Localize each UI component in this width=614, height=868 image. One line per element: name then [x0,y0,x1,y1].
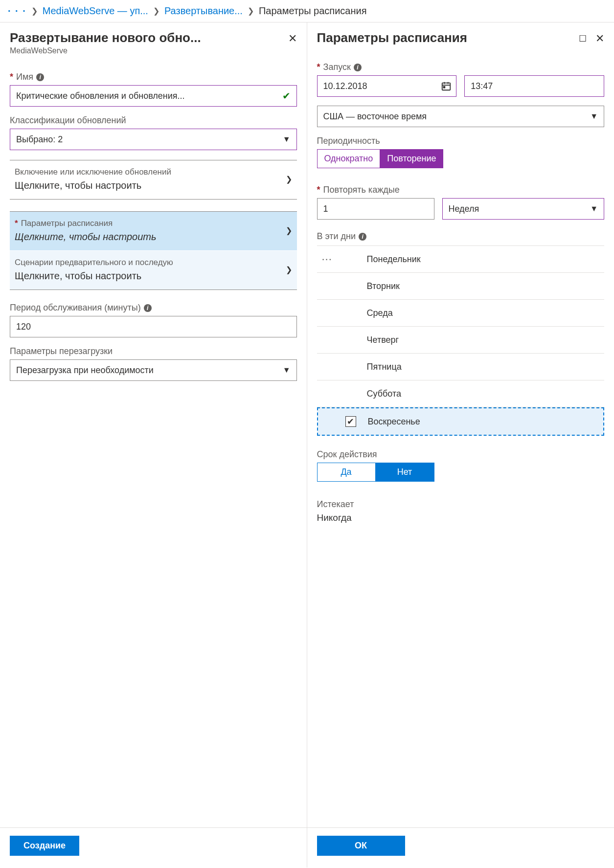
expiration-yes-button[interactable]: Да [317,463,376,482]
chevron-down-icon: ▼ [283,135,291,144]
close-icon[interactable]: ✕ [595,33,604,44]
checkbox-checked-icon[interactable]: ✔ [345,416,356,427]
repeat-unit-dropdown[interactable]: Неделя ▼ [442,198,605,220]
ok-button[interactable]: ОК [317,836,405,856]
expiration-label: Срок действия [317,449,605,460]
check-icon: ✔ [282,90,291,102]
more-icon: ··· [322,253,344,266]
deployment-panel: Развертывание нового обно... MediaWebSer… [0,22,307,868]
breadcrumb-item-1[interactable]: MediaWebServe — уп... [43,5,148,17]
info-icon[interactable]: i [354,64,362,71]
start-time-input[interactable]: 13:47 [464,75,604,97]
recurrence-repeat-button[interactable]: Повторение [380,149,443,168]
panel-subtitle: MediaWebServe [10,46,288,55]
chevron-down-icon: ▼ [283,366,291,375]
maintenance-input[interactable] [10,316,297,337]
day-row-friday[interactable]: ··· Пятница [317,354,605,380]
chevron-right-icon: ❯ [248,6,254,16]
chevron-right-icon: ❯ [31,6,38,16]
classifications-label: Классификации обновлений [10,115,297,126]
expires-label: Истекает [317,499,605,510]
timezone-dropdown[interactable]: США — восточное время ▼ [317,106,605,127]
name-label: * Имя i [10,72,297,82]
chevron-right-icon: ❯ [286,265,292,274]
day-row-monday[interactable]: ··· Понедельник [317,245,605,273]
chevron-down-icon: ▼ [590,204,598,213]
close-icon[interactable]: ✕ [288,33,297,44]
name-input[interactable]: Критические обновления и обновления... ✔ [10,85,297,107]
expiration-toggle: Да Нет [317,463,605,482]
day-row-tuesday[interactable]: ··· Вторник [317,273,605,300]
day-row-sunday[interactable]: ··· ✔ Воскресенье [317,407,605,436]
classifications-dropdown[interactable]: Выбрано: 2 ▼ [10,129,297,150]
calendar-icon[interactable] [441,81,452,91]
schedule-settings-section[interactable]: *Параметры расписания Щелкните, чтобы на… [10,212,297,250]
days-label: В эти дни i [317,231,605,242]
reboot-dropdown[interactable]: Перезагрузка при необходимости ▼ [10,359,297,381]
start-label: * Запуск i [317,62,605,72]
panel-title: Параметры расписания [317,30,579,45]
schedule-panel: Параметры расписания ☐ ✕ * Запуск i 10.1… [307,22,614,868]
breadcrumb-item-2[interactable]: Развертывание... [164,5,243,17]
info-icon[interactable]: i [36,73,44,81]
panel-title: Развертывание нового обно... [10,30,288,45]
recurrence-once-button[interactable]: Однократно [317,149,381,168]
day-row-saturday[interactable]: ··· Суббота [317,380,605,407]
scripts-section[interactable]: Сценарии предварительного и последую Щел… [10,250,297,289]
chevron-down-icon: ▼ [590,112,598,121]
svg-rect-4 [444,87,445,88]
repeat-every-label: * Повторять каждые [317,185,605,195]
expiration-no-button[interactable]: Нет [376,463,434,482]
info-icon[interactable]: i [144,304,152,312]
breadcrumb-item-current: Параметры расписания [259,5,367,17]
day-row-wednesday[interactable]: ··· Среда [317,300,605,327]
maximize-icon[interactable]: ☐ [579,34,587,43]
chevron-right-icon: ❯ [286,175,292,184]
chevron-right-icon: ❯ [286,226,292,235]
maintenance-label: Период обслуживания (минуты) i [10,303,297,313]
start-date-input[interactable]: 10.12.2018 [317,75,457,97]
repeat-every-input[interactable] [317,198,434,220]
info-icon[interactable]: i [359,233,366,241]
reboot-label: Параметры перезагрузки [10,346,297,356]
create-button[interactable]: Создание [10,836,79,856]
day-row-thursday[interactable]: ··· Четверг [317,327,605,354]
chevron-right-icon: ❯ [153,6,159,16]
breadcrumb: · · · ❯ MediaWebServe — уп... ❯ Разверты… [0,0,614,22]
recurrence-label: Периодичность [317,136,605,146]
include-exclude-section[interactable]: Включение или исключение обновлений Щелк… [10,160,297,199]
recurrence-toggle: Однократно Повторение [317,149,605,168]
breadcrumb-more-icon[interactable]: · · · [8,5,26,17]
expires-value: Никогда [317,512,605,523]
